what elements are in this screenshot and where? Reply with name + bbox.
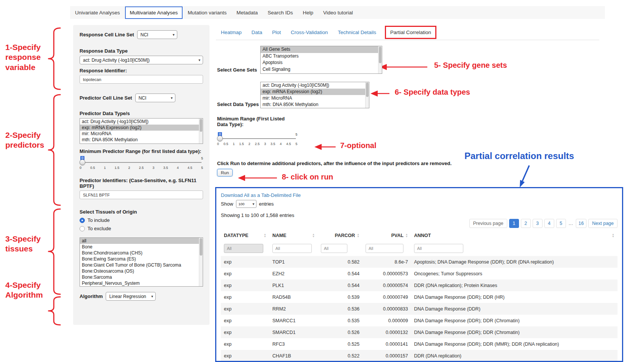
slider-track[interactable] — [81, 162, 202, 163]
nav-multivariate-analyses[interactable]: Multivariate Analyses — [125, 6, 183, 19]
scrollbar[interactable] — [199, 238, 203, 286]
page-button-3[interactable]: 3 — [533, 219, 542, 228]
sort-icon[interactable]: ▲▼ — [612, 233, 614, 238]
listbox-option[interactable]: Bone:Osteosarcoma (OS) — [80, 268, 203, 274]
sort-icon[interactable]: ▲▼ — [264, 233, 266, 238]
sort-icon[interactable]: ▲▼ — [405, 233, 408, 238]
slider-track[interactable] — [219, 138, 296, 139]
predictor-data-types-listbox[interactable]: act: Drug Activity (-log10[IC50M]) exp: … — [80, 118, 203, 144]
page-button-5[interactable]: 5 — [556, 219, 566, 228]
predictor-cell-line-select[interactable]: NCI ▾ — [135, 94, 175, 102]
previous-page-button[interactable]: Previous page — [469, 219, 507, 228]
nav-video-tutorial[interactable]: Video tutorial — [318, 6, 358, 19]
page-button-2[interactable]: 2 — [521, 219, 531, 228]
radio-include[interactable] — [80, 218, 85, 223]
tick-label: 4.5 — [188, 166, 192, 170]
filter-datatype-input[interactable] — [224, 244, 263, 253]
listbox-option[interactable]: Bone:Chondrosarcoma (CHS) — [80, 250, 203, 256]
listbox-option[interactable]: ABC Transporters — [261, 53, 382, 60]
page-button-16[interactable]: 16 — [576, 219, 586, 228]
table-row[interactable]: expRRM20.5360.00000833DNA Damage Respons… — [221, 303, 617, 315]
tab-data[interactable]: Data — [247, 26, 267, 39]
page-button-1[interactable]: 1 — [509, 219, 519, 228]
nav-help[interactable]: Help — [298, 6, 318, 19]
response-data-type-select[interactable]: act: Drug Activity (-log10[IC50M]) ▾ — [80, 56, 203, 64]
listbox-option[interactable]: Bone:Ewing Sarcoma (ES) — [80, 256, 203, 262]
radio-include-row[interactable]: To include — [80, 217, 203, 223]
blue-arrow-head-icon — [520, 180, 525, 187]
listbox-option[interactable]: mth: DNA 850K Methylation — [80, 137, 203, 143]
scrollbar-thumb[interactable] — [379, 47, 381, 63]
response-identifier-input[interactable] — [80, 75, 203, 84]
nav-search-ids[interactable]: Search IDs — [263, 6, 298, 19]
listbox-option[interactable]: act: Drug Activity (-log10[IC50M]) — [261, 82, 369, 89]
predictor-identifiers-input[interactable] — [80, 190, 203, 199]
tab-heatmap[interactable]: Heatmap — [216, 26, 247, 39]
listbox-option[interactable]: Bone — [80, 244, 203, 250]
listbox-option[interactable]: All Gene Sets — [261, 46, 382, 53]
tick-label: 4 — [280, 142, 282, 146]
data-types-listbox[interactable]: act: Drug Activity (-log10[IC50M]) exp: … — [260, 82, 369, 108]
listbox-option[interactable]: all — [80, 238, 203, 244]
table-row[interactable]: expRAD54B0.5390.00000749DNA Damage Respo… — [221, 291, 617, 303]
tab-plot[interactable]: Plot — [267, 26, 286, 39]
listbox-option[interactable]: act: Drug Activity (-log10[IC50M]) — [80, 119, 203, 125]
run-button[interactable]: Run — [217, 169, 233, 176]
column-header-name[interactable]: NAME▲▼ — [269, 229, 318, 240]
scrollbar-thumb[interactable] — [200, 238, 202, 256]
table-row[interactable]: expEZH20.5440.00000573Oncogenes; Tumor S… — [221, 268, 617, 279]
table-row[interactable]: expPLK10.5440.00000574DDR (DNA replicati… — [221, 279, 617, 291]
radio-exclude[interactable] — [80, 226, 85, 231]
slider-handle[interactable] — [217, 136, 223, 141]
algorithm-select[interactable]: Linear Regression ▾ — [106, 292, 156, 301]
column-header-datatype[interactable]: DATATYPE▲▼ — [221, 229, 269, 240]
tab-partial-correlation[interactable]: Partial Correlation — [385, 26, 436, 39]
predictor-cell-line-value: NCI — [139, 95, 147, 101]
page-button-4[interactable]: 4 — [544, 219, 554, 228]
sort-icon[interactable]: ▲▼ — [312, 233, 315, 238]
listbox-option[interactable]: Peripheral_Nervous_System — [80, 280, 203, 286]
filter-parcor-input[interactable] — [321, 244, 347, 253]
tissue-listbox[interactable]: all Bone Bone:Chondrosarcoma (CHS) Bone:… — [80, 237, 203, 287]
nav-univariate-analyses[interactable]: Univariate Analyses — [70, 6, 125, 19]
filter-name-input[interactable] — [272, 244, 312, 253]
response-cell-line-select[interactable]: NCI ▾ — [137, 30, 177, 39]
listbox-option[interactable]: mth: DNA 850K Methylation — [261, 101, 369, 108]
scrollbar[interactable] — [365, 82, 369, 108]
scrollbar-thumb[interactable] — [366, 83, 369, 97]
listbox-option[interactable]: Cell Signaling — [261, 66, 382, 73]
sort-icon[interactable]: ▲▼ — [357, 233, 360, 238]
column-header-parcor[interactable]: PARCOR▲▼ — [318, 229, 363, 240]
cell-datatype: exp — [221, 303, 269, 315]
table-row[interactable]: expRFC30.5250.0000141DNA Damage Response… — [221, 338, 617, 350]
listbox-option[interactable]: mir: MicroRNA — [261, 95, 369, 101]
listbox-option[interactable]: Bone:Giant Cell Tumor of Bone (GCTB) Sar… — [80, 262, 203, 268]
table-row[interactable]: expCHAF1B0.5220.0000157DDR (DNA replicat… — [221, 350, 617, 362]
entries-select[interactable]: 100 ▾ — [236, 200, 256, 208]
scrollbar[interactable] — [199, 119, 203, 144]
table-row[interactable]: expSMARCC10.5350.000009DNA Damage Respon… — [221, 315, 617, 326]
tab-technical-details[interactable]: Technical Details — [333, 26, 381, 39]
slider-handle[interactable] — [80, 159, 85, 165]
radio-exclude-row[interactable]: To exclude — [80, 226, 203, 231]
scrollbar-thumb[interactable] — [200, 119, 202, 132]
column-header-annot[interactable]: ANNOT▲▼ — [411, 229, 617, 240]
listbox-option[interactable]: exp: mRNA Expression (log2) — [80, 125, 203, 131]
column-header-pval[interactable]: PVAL▲▼ — [363, 229, 411, 240]
table-row[interactable]: expTOP10.5828.6e-7Apoptosis; DNA Damage … — [221, 256, 617, 268]
next-page-button[interactable]: Next page — [588, 219, 617, 228]
listbox-option[interactable]: Bone:Sarcoma — [80, 274, 203, 280]
nav-mutation-variants[interactable]: Mutation variants — [183, 6, 231, 19]
listbox-option[interactable]: exp: mRNA Expression (log2) — [261, 89, 369, 95]
tab-cross-validation[interactable]: Cross-Validation — [286, 26, 333, 39]
listbox-option[interactable]: mir: MicroRNA — [80, 131, 203, 137]
download-link[interactable]: Download All as a Tab-Delimited File — [221, 192, 301, 198]
filter-annot-input[interactable] — [414, 244, 463, 253]
filter-pval-input[interactable] — [366, 244, 403, 253]
scrollbar[interactable] — [378, 46, 382, 73]
annotation-step2: 2-Specify predictors — [5, 130, 44, 150]
nav-metadata[interactable]: Metadata — [231, 6, 263, 19]
listbox-option[interactable]: Apoptosis — [261, 59, 382, 66]
gene-sets-listbox[interactable]: All Gene Sets ABC Transporters Apoptosis… — [260, 46, 382, 74]
table-row[interactable]: expSMARCD10.5260.0000132DNA Damage Respo… — [221, 326, 617, 338]
